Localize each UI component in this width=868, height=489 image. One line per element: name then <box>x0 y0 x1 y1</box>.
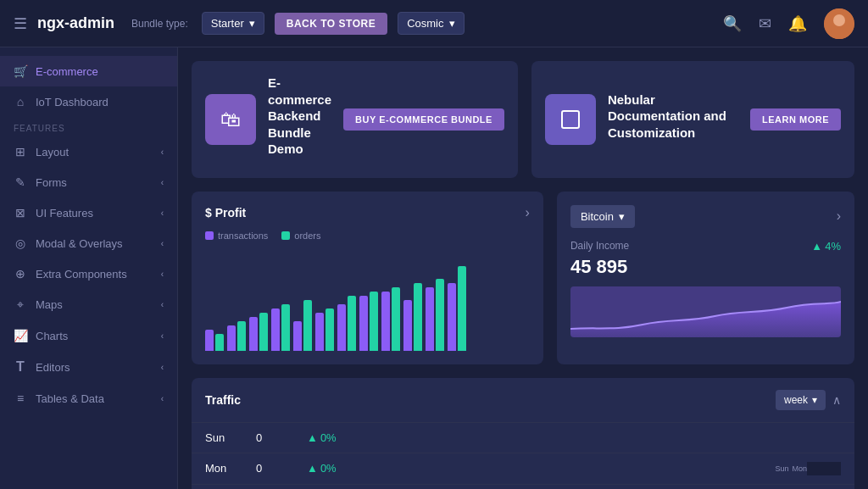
chevron-down-icon: ▾ <box>249 17 255 30</box>
bar-green <box>436 279 444 351</box>
bar-group <box>403 283 422 351</box>
svg-point-1 <box>833 14 845 26</box>
collapse-button[interactable]: ∧ <box>832 393 841 407</box>
bar-green <box>326 308 334 351</box>
chevron-right-icon: ‹ <box>161 331 164 341</box>
bar-purple <box>249 317 258 351</box>
bundle-select[interactable]: Starter ▾ <box>202 12 264 35</box>
extra-icon: ⊕ <box>14 267 27 281</box>
bar-purple <box>227 325 236 351</box>
sidebar-item-ui-features[interactable]: ⊠ UI Features ‹ <box>0 197 177 228</box>
sidebar-item-tables-data[interactable]: ≡ Tables & Data ‹ <box>0 383 177 414</box>
bar-purple <box>293 321 302 351</box>
logo: ngx-admin <box>37 14 114 32</box>
sidebar-item-modal-overlays[interactable]: ◎ Modal & Overlays ‹ <box>0 228 177 258</box>
sidebar-item-maps[interactable]: ⌖ Maps ‹ <box>0 289 177 320</box>
table-row: Sun 0 ▲ 0% <box>192 423 854 453</box>
traffic-title: Traffic <box>205 393 241 407</box>
chevron-down-icon: ▾ <box>449 17 455 30</box>
chevron-down-icon: ▾ <box>812 394 817 406</box>
bitcoin-dropdown[interactable]: Bitcoin ▾ <box>570 205 635 228</box>
chevron-right-icon: ‹ <box>161 300 164 309</box>
buy-ecommerce-bundle-button[interactable]: BUY E-COMMERCE BUNDLE <box>343 108 504 131</box>
sidebar-item-layout[interactable]: ⊞ Layout ‹ <box>0 136 177 167</box>
maps-icon: ⌖ <box>14 297 27 312</box>
menu-icon[interactable]: ☰ <box>14 14 27 33</box>
promo-card-nebular: Nebular Documentation and Customization … <box>531 61 854 178</box>
bar-green <box>237 321 246 351</box>
layout-icon: ⊞ <box>14 145 27 158</box>
income-change: ▲ 4% <box>811 240 841 253</box>
header: ☰ ngx-admin Bundle type: Starter ▾ BACK … <box>0 0 868 47</box>
chevron-right-icon: ‹ <box>161 147 164 157</box>
bar-group <box>448 266 466 351</box>
week-select[interactable]: week ▾ <box>776 390 826 410</box>
table-row: Tue 0 ▲ 0% MonTue <box>192 485 854 490</box>
up-arrow-icon: ▲ <box>307 431 318 444</box>
bell-icon[interactable]: 🔔 <box>788 14 807 33</box>
traffic-change: ▲ 0% <box>307 462 807 475</box>
modal-icon: ◎ <box>14 236 27 250</box>
bar-group <box>381 287 400 351</box>
main-layout: 🛒 E-commerce ⌂ IoT Dashboard FEATURES ⊞ … <box>0 47 868 489</box>
charts-row: $ Profit › transactions orders <box>192 192 854 364</box>
bar-group <box>359 292 378 351</box>
daily-income-label: Daily Income <box>570 240 629 252</box>
traffic-day: Sun <box>205 431 256 444</box>
sidebar-item-charts[interactable]: 📈 Charts ‹ <box>0 320 177 351</box>
chevron-right-icon: ‹ <box>161 239 164 248</box>
up-arrow-icon: ▲ <box>811 240 822 253</box>
bitcoin-sparkline <box>570 286 841 337</box>
promo-icon-ecommerce: 🛍 <box>205 94 256 145</box>
chevron-down-icon: ▾ <box>619 210 625 223</box>
sidebar-item-forms[interactable]: ✎ Forms ‹ <box>0 167 177 197</box>
bar-purple <box>205 330 214 351</box>
sidebar-item-extra-components[interactable]: ⊕ Extra Components ‹ <box>0 258 177 289</box>
legend-orders: orders <box>281 231 320 241</box>
sidebar-item-iot-dashboard[interactable]: ⌂ IoT Dashboard <box>0 86 177 117</box>
chart-legend: transactions orders <box>205 231 530 241</box>
bar-green <box>458 266 466 351</box>
profit-bar-chart <box>205 249 530 351</box>
bar-purple <box>315 313 324 351</box>
search-icon[interactable]: 🔍 <box>723 14 742 33</box>
bar-green <box>215 334 224 351</box>
promo-card-ecommerce: 🛍 E-commerce Backend Bundle Demo BUY E-C… <box>192 61 518 178</box>
editors-icon: T <box>14 359 27 375</box>
ui-features-icon: ⊠ <box>14 206 27 219</box>
profit-card: $ Profit › transactions orders <box>192 192 543 364</box>
bar-group <box>426 279 444 351</box>
traffic-value: 0 <box>256 431 307 444</box>
svg-rect-3 <box>562 111 579 128</box>
up-arrow-icon: ▲ <box>307 462 318 475</box>
bar-group <box>205 330 224 351</box>
bar-green <box>259 313 268 351</box>
mail-icon[interactable]: ✉ <box>759 14 771 33</box>
bitcoin-nav-arrow[interactable]: › <box>837 208 841 224</box>
theme-select[interactable]: Cosmic ▾ <box>398 12 464 35</box>
sidebar-item-editors[interactable]: T Editors ‹ <box>0 351 177 383</box>
sidebar: 🛒 E-commerce ⌂ IoT Dashboard FEATURES ⊞ … <box>0 47 178 489</box>
mini-chart: SunMon <box>807 462 841 475</box>
bar-purple <box>359 296 368 351</box>
home-icon: ⌂ <box>14 95 27 108</box>
chevron-right-icon: ‹ <box>161 208 164 218</box>
bar-purple <box>426 287 434 351</box>
back-to-store-button[interactable]: BACK TO STORE <box>275 13 387 35</box>
daily-income-value: 45 895 <box>570 256 841 278</box>
bar-purple <box>381 292 390 351</box>
traffic-value: 0 <box>256 462 307 475</box>
avatar[interactable] <box>824 8 854 39</box>
chevron-right-icon: ‹ <box>161 178 164 187</box>
bar-purple <box>337 304 346 351</box>
bar-group <box>293 300 312 351</box>
bar-group <box>271 304 290 351</box>
learn-more-button[interactable]: LEARN MORE <box>750 108 841 131</box>
promo-row: 🛍 E-commerce Backend Bundle Demo BUY E-C… <box>192 61 854 178</box>
sidebar-item-ecommerce[interactable]: 🛒 E-commerce <box>0 56 177 86</box>
profit-nav-arrow[interactable]: › <box>526 205 530 220</box>
bar-purple <box>448 283 456 351</box>
content-area: 🛍 E-commerce Backend Bundle Demo BUY E-C… <box>178 47 868 489</box>
tables-icon: ≡ <box>14 392 27 405</box>
bar-green <box>348 296 356 351</box>
